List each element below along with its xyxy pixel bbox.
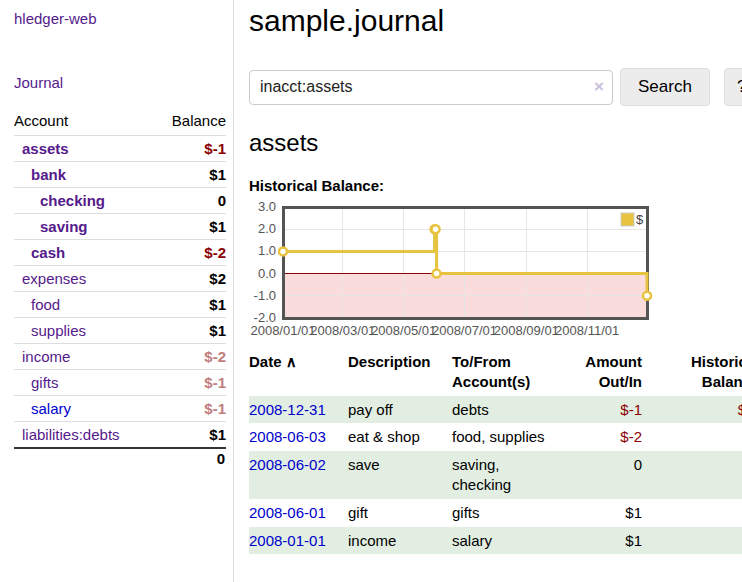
transaction-date-link[interactable]: 2008-06-03	[249, 428, 326, 445]
account-balance: $-1	[154, 136, 226, 162]
accounts-table-header: Account Balance	[14, 108, 226, 136]
account-link[interactable]: gifts	[31, 374, 59, 391]
transaction-date-cell: 2008-12-31	[249, 396, 348, 424]
account-name-cell: checking	[14, 188, 154, 214]
transaction-accounts: salary	[452, 527, 562, 555]
account-balance: $-1	[154, 370, 226, 396]
y-tick-label: 2.0	[258, 221, 276, 236]
account-link[interactable]: supplies	[31, 322, 86, 339]
account-link[interactable]: cash	[31, 244, 65, 261]
account-row: assets$-1	[14, 136, 226, 162]
help-button[interactable]: ?	[724, 68, 742, 106]
account-link[interactable]: saving	[40, 218, 88, 235]
account-row: saving$1	[14, 214, 226, 240]
account-row: salary$-1	[14, 396, 226, 422]
transaction-date-link[interactable]: 2008-12-31	[249, 401, 326, 418]
account-heading: assets	[249, 129, 742, 157]
accounts-table: Account Balance assets$-1bank$1checking0…	[14, 108, 226, 468]
transaction-date-link[interactable]: 2008-01-01	[249, 532, 326, 549]
search-button[interactable]: Search	[620, 68, 710, 106]
x-tick-label: 2008/03/01	[310, 323, 375, 338]
transaction-balance: $-1	[642, 396, 742, 424]
transaction-row: 2008-06-02savesaving, checking0$2	[249, 451, 742, 499]
register-table-body: 2008-12-31pay offdebts$-1$-12008-06-03ea…	[249, 396, 742, 555]
account-link[interactable]: food	[31, 296, 60, 313]
transaction-date-cell: 2008-06-02	[249, 451, 348, 499]
account-name-cell: assets	[14, 136, 154, 162]
transaction-accounts: food, supplies	[452, 423, 562, 451]
page-title: sample.journal	[249, 4, 742, 37]
accounts-total-row: 0	[14, 448, 226, 468]
transaction-balance: $2	[642, 451, 742, 499]
account-link[interactable]: salary	[31, 400, 71, 417]
account-row: food$1	[14, 292, 226, 318]
transaction-description: gift	[348, 499, 452, 527]
register-header-date[interactable]: Date ∧	[249, 349, 348, 396]
account-row: income$-2	[14, 344, 226, 370]
search-input[interactable]	[249, 70, 613, 105]
account-name-cell: salary	[14, 396, 154, 422]
transaction-date-link[interactable]: 2008-06-01	[249, 504, 326, 521]
account-name-cell: supplies	[14, 318, 154, 344]
account-balance: $-1	[154, 396, 226, 422]
account-balance: $2	[154, 266, 226, 292]
accounts-header-account: Account	[14, 108, 154, 136]
legend-swatch	[621, 213, 634, 226]
balance-chart: $3.02.01.00.0-1.0-2.02008/01/012008/03/0…	[249, 201, 742, 341]
clear-search-icon[interactable]: ×	[594, 77, 604, 97]
account-link[interactable]: expenses	[22, 270, 86, 287]
transaction-accounts: saving, checking	[452, 451, 562, 499]
account-name-cell: bank	[14, 162, 154, 188]
account-row: gifts$-1	[14, 370, 226, 396]
account-row: cash$-2	[14, 240, 226, 266]
transaction-amount: 0	[562, 451, 642, 499]
account-link[interactable]: liabilities:debts	[22, 426, 120, 443]
transaction-date-link[interactable]: 2008-06-02	[249, 456, 326, 473]
account-name-cell: liabilities:debts	[14, 422, 154, 449]
account-name-cell: income	[14, 344, 154, 370]
transaction-date-cell: 2008-06-01	[249, 499, 348, 527]
sort-ascending-icon: ∧	[282, 353, 297, 370]
page: hledger-web Journal Account Balance asse…	[0, 0, 742, 582]
transaction-row: 2008-01-01incomesalary$1$1	[249, 527, 742, 555]
y-tick-label: 0.0	[258, 266, 276, 281]
account-balance: 0	[154, 188, 226, 214]
account-name-cell: cash	[14, 240, 154, 266]
x-tick-label: 2008/05/01	[371, 323, 436, 338]
transaction-amount: $1	[562, 527, 642, 555]
transaction-date-cell: 2008-01-01	[249, 527, 348, 555]
sidebar-item-journal[interactable]: Journal	[14, 74, 226, 91]
transaction-description: save	[348, 451, 452, 499]
account-row: checking0	[14, 188, 226, 214]
account-balance: $1	[154, 318, 226, 344]
y-tick-label: 3.0	[258, 199, 276, 214]
account-row: liabilities:debts$1	[14, 422, 226, 449]
accounts-total-spacer	[14, 448, 154, 468]
account-balance: $1	[154, 162, 226, 188]
balance-chart-svg: $3.02.01.00.0-1.0-2.02008/01/012008/03/0…	[249, 201, 719, 341]
account-link[interactable]: checking	[40, 192, 105, 209]
x-tick-label: 2008/07/01	[432, 323, 497, 338]
account-name-cell: food	[14, 292, 154, 318]
register-header-accounts: To/FromAccount(s)	[452, 349, 562, 396]
account-link[interactable]: income	[22, 348, 70, 365]
transaction-amount: $1	[562, 499, 642, 527]
search-form: × Search ?	[249, 68, 742, 106]
x-tick-label: 2008/11/01	[555, 323, 619, 338]
x-tick-label: 2008/09/01	[494, 323, 559, 338]
main-content: sample.journal × Search ? assets Histori…	[234, 0, 742, 582]
account-link[interactable]: bank	[31, 166, 66, 183]
transaction-row: 2008-06-03eat & shopfood, supplies$-20	[249, 423, 742, 451]
register-header-amount: AmountOut/In	[562, 349, 642, 396]
account-row: supplies$1	[14, 318, 226, 344]
accounts-table-body: assets$-1bank$1checking0saving$1cash$-2e…	[14, 136, 226, 449]
account-balance: $1	[154, 292, 226, 318]
register-header-description: Description	[348, 349, 452, 396]
account-balance: $1	[154, 214, 226, 240]
transaction-accounts: gifts	[452, 499, 562, 527]
brand-link[interactable]: hledger-web	[14, 10, 97, 27]
data-point-marker	[433, 270, 441, 278]
account-link[interactable]: assets	[22, 140, 69, 157]
transaction-description: income	[348, 527, 452, 555]
account-name-cell: expenses	[14, 266, 154, 292]
